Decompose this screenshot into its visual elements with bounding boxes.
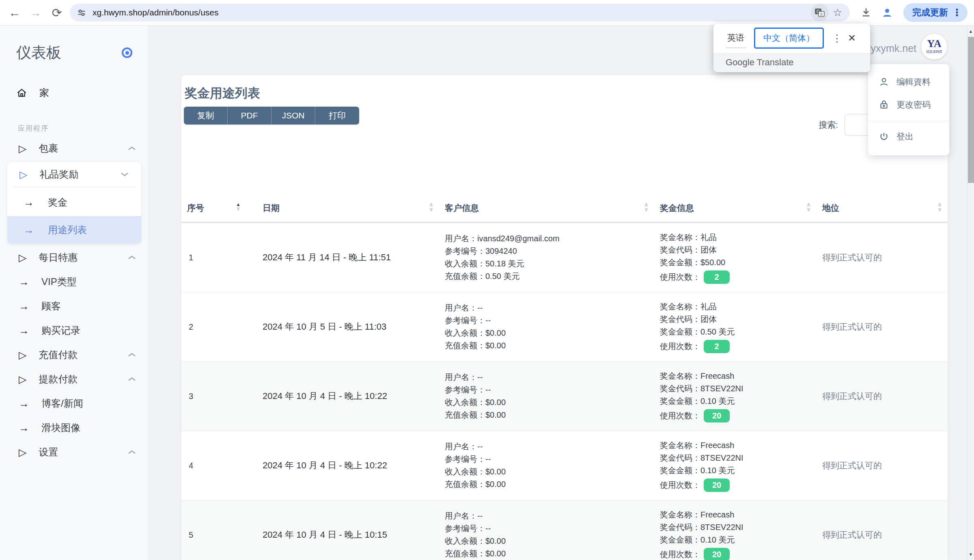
profile-icon[interactable] xyxy=(877,3,898,22)
table-row: 2 2024 年 10 月 5 日 - 晚上 11:03 用户名：-- 参考编号… xyxy=(181,292,948,362)
status-cell: 得到正式认可的 xyxy=(817,362,948,431)
google-translate-popup: 英语 中文（简体） ⋮ ✕ Google Translate xyxy=(713,24,870,72)
sidebar-item-purchase-records[interactable]: → 购买记录 xyxy=(0,318,149,343)
menu-item-change-password[interactable]: 更改密码 xyxy=(868,93,949,116)
sidebar-pin-icon[interactable] xyxy=(122,47,132,58)
translate-icon[interactable]: G 文 xyxy=(811,4,829,21)
scrollbar-thumb[interactable] xyxy=(968,37,974,183)
serial-cell: 4 xyxy=(181,431,246,500)
bonus-uses-card: 奖金用途列表 复制 PDF JSON 打印 搜索: 序号 ▲∨ 日期 ∧∨ xyxy=(181,75,948,560)
uses-count-badge: 20 xyxy=(704,478,730,492)
sidebar-item-daily-deals[interactable]: ▷ 每日特惠 xyxy=(0,245,149,270)
sidebar-item-home[interactable]: 家 xyxy=(0,80,149,106)
copy-button[interactable]: 复制 xyxy=(184,107,228,124)
sidebar-item-settings[interactable]: ▷ 设置 xyxy=(0,440,149,464)
divider xyxy=(868,121,949,121)
serial-cell: 1 xyxy=(181,223,246,292)
sidebar-item-customers[interactable]: → 顾客 xyxy=(0,294,149,318)
arrow-right-icon: → xyxy=(24,197,34,208)
avatar-monogram: YA xyxy=(927,38,941,49)
translate-close-icon[interactable]: ✕ xyxy=(848,32,856,44)
sidebar-item-blog-news[interactable]: → 博客/新闻 xyxy=(0,391,149,416)
bonus-info-cell: 奖金名称：礼品 奖金代码：团体 奖金金额：0.50 美元 使用次数： 2 xyxy=(654,292,817,362)
pdf-button[interactable]: PDF xyxy=(228,107,272,124)
status-cell: 得到正式认可的 xyxy=(817,292,948,362)
table-row: 3 2024 年 10 月 4 日 - 晚上 10:22 用户名：-- 参考编号… xyxy=(181,362,948,431)
address-bar[interactable]: xg.hwym.shop/admin/bonus/uses G 文 ☆ xyxy=(70,4,850,21)
sidebar-item-slider-images[interactable]: → 滑块图像 xyxy=(0,416,149,440)
uses-count-badge: 20 xyxy=(704,548,730,560)
gift-bonus-group: ▷ 礼品奖励 → 奖金 → 用途列表 xyxy=(7,162,141,244)
bonus-info-cell: 奖金名称：Freecash 奖金代码：8TSEV22NI 奖金金额：0.10 美… xyxy=(654,431,817,500)
bonus-info-cell: 奖金名称：Freecash 奖金代码：8TSEV22NI 奖金金额：0.10 美… xyxy=(654,500,817,560)
sidebar-item-gift-bonus[interactable]: ▷ 礼品奖励 xyxy=(7,162,141,187)
header-customer-info[interactable]: 客户信息 ∧∨ xyxy=(439,196,654,223)
triangle-icon: ▷ xyxy=(19,374,26,384)
print-button[interactable]: 打印 xyxy=(315,107,359,124)
page-scrollbar[interactable]: ▲ ▼ xyxy=(967,26,974,560)
download-icon[interactable] xyxy=(855,3,877,22)
customer-info-cell: 用户名：ivansd249@gmail.com 参考编号：3094240 收入余… xyxy=(439,223,654,292)
menu-item-edit-profile[interactable]: 编輯資料 xyxy=(868,71,949,93)
translate-tab-chinese[interactable]: 中文（简体） xyxy=(754,28,824,49)
uses-count-badge: 20 xyxy=(704,409,730,423)
header-bonus-info[interactable]: 奖金信息 ∧∨ xyxy=(654,196,817,223)
sidebar-item-deposit-payments[interactable]: ▷ 充值付款 xyxy=(0,343,149,367)
sidebar-item-uses-list[interactable]: → 用途列表 xyxy=(7,216,141,244)
bookmark-star-icon[interactable]: ☆ xyxy=(829,4,847,21)
user-dropdown-menu: 编輯資料 更改密码 登出 xyxy=(868,64,949,155)
translate-options-icon[interactable]: ⋮ xyxy=(832,32,842,44)
site-info-icon[interactable] xyxy=(75,6,88,19)
translate-tab-english[interactable]: 英语 xyxy=(726,28,746,48)
translate-attribution: Google Translate xyxy=(726,57,794,68)
status-cell: 得到正式认可的 xyxy=(817,500,948,560)
url-text[interactable]: xg.hwym.shop/admin/bonus/uses xyxy=(93,8,811,17)
sort-icons: ∧∨ xyxy=(937,202,942,212)
sort-icons: ∧∨ xyxy=(429,202,433,212)
scrollbar-down-arrow[interactable]: ▼ xyxy=(968,552,974,557)
lock-icon xyxy=(879,99,889,110)
status-cell: 得到正式认可的 xyxy=(817,431,948,500)
refresh-button[interactable]: ⟳ xyxy=(46,3,67,22)
triangle-icon: ▷ xyxy=(19,447,26,457)
page-content: 仪表板 家 应用程序 ▷ 包裹 ▷ 礼品奖励 xyxy=(0,26,974,560)
customer-info-cell: 用户名：-- 参考编号：-- 收入余额：$0.00 充值余额：$0.00 xyxy=(439,431,654,500)
header-serial[interactable]: 序号 ▲∨ xyxy=(181,196,246,223)
sidebar: 仪表板 家 应用程序 ▷ 包裹 ▷ 礼品奖励 xyxy=(0,26,149,560)
menu-item-logout[interactable]: 登出 xyxy=(868,125,949,148)
chevron-up-icon xyxy=(128,377,136,381)
finish-update-button[interactable]: 完成更新 ⋮ xyxy=(903,3,968,22)
bonus-uses-table: 序号 ▲∨ 日期 ∧∨ 客户信息 ∧∨ 奖金信息 ∧∨ 地位 ∧∨ xyxy=(181,196,948,560)
uses-count-badge: 2 xyxy=(704,270,730,284)
header-status[interactable]: 地位 ∧∨ xyxy=(817,196,948,223)
sidebar-item-bonus[interactable]: → 奖金 xyxy=(7,189,141,216)
arrow-right-icon: → xyxy=(19,398,29,409)
table-body: 1 2024 年 11 月 14 日 - 晚上 11:51 用户名：ivansd… xyxy=(181,223,948,560)
header-date[interactable]: 日期 ∧∨ xyxy=(246,196,439,223)
browser-toolbar: ← → ⟳ xg.hwym.shop/admin/bonus/uses G 文 … xyxy=(0,0,974,26)
arrow-right-icon: → xyxy=(24,225,34,235)
page-title: 奖金用途列表 xyxy=(185,85,948,102)
date-cell: 2024 年 10 月 4 日 - 晚上 10:15 xyxy=(246,500,439,560)
json-button[interactable]: JSON xyxy=(272,107,315,124)
divider xyxy=(14,187,135,188)
sidebar-item-packages[interactable]: ▷ 包裹 xyxy=(0,136,149,161)
power-icon xyxy=(879,131,889,142)
triangle-icon: ▷ xyxy=(19,144,26,154)
scrollbar-up-arrow[interactable]: ▲ xyxy=(968,29,974,34)
avatar-caption: 优选源码库 xyxy=(926,50,942,54)
triangle-icon: ▷ xyxy=(19,253,26,263)
arrow-right-icon: → xyxy=(19,423,29,433)
sidebar-section-label: 应用程序 xyxy=(0,106,149,136)
sidebar-item-vip-type[interactable]: → VIP类型 xyxy=(0,270,149,294)
forward-button[interactable]: → xyxy=(25,3,46,22)
bonus-info-cell: 奖金名称：礼品 奖金代码：团体 奖金金额：$50.00 使用次数： 2 xyxy=(654,223,817,292)
browser-menu-icon[interactable]: ⋮ xyxy=(952,7,962,18)
person-icon xyxy=(879,77,889,87)
sort-icons: ∧∨ xyxy=(644,202,649,212)
back-button[interactable]: ← xyxy=(4,3,25,22)
date-cell: 2024 年 10 月 4 日 - 晚上 10:22 xyxy=(246,431,439,500)
avatar[interactable]: YA 优选源码库 xyxy=(921,34,947,60)
bonus-info-cell: 奖金名称：Freecash 奖金代码：8TSEV22NI 奖金金额：0.10 美… xyxy=(654,362,817,431)
sidebar-item-withdraw-payments[interactable]: ▷ 提款付款 xyxy=(0,367,149,391)
